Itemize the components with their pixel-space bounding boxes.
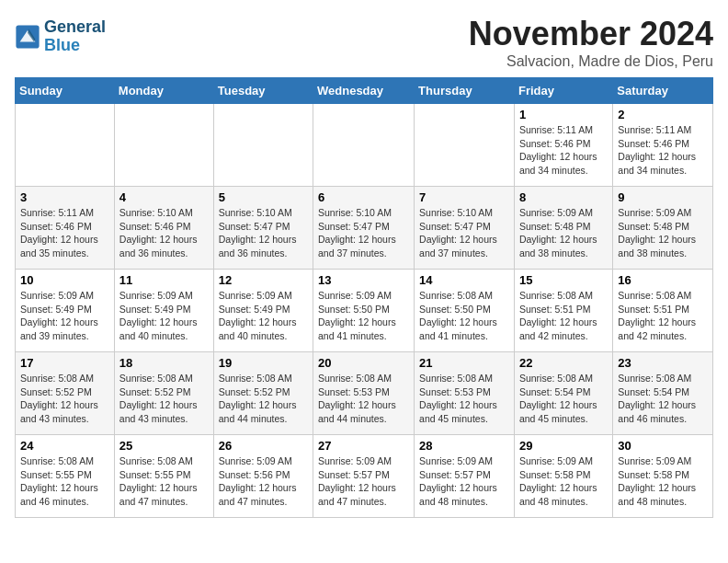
day-detail: Sunrise: 5:08 AM Sunset: 5:51 PM Dayligh… [618,289,708,343]
day-number: 21 [419,356,509,370]
day-detail: Sunrise: 5:09 AM Sunset: 5:50 PM Dayligh… [318,289,409,343]
day-number: 11 [119,273,209,287]
weekday-header-tuesday: Tuesday [213,78,313,104]
day-detail: Sunrise: 5:09 AM Sunset: 5:49 PM Dayligh… [20,289,109,343]
calendar-week-4: 24Sunrise: 5:08 AM Sunset: 5:55 PM Dayli… [16,435,713,518]
calendar-cell: 7Sunrise: 5:10 AM Sunset: 5:47 PM Daylig… [415,187,515,270]
day-number: 17 [20,356,109,370]
day-number: 3 [20,190,109,204]
day-detail: Sunrise: 5:09 AM Sunset: 5:49 PM Dayligh… [219,289,308,343]
calendar-cell: 17Sunrise: 5:08 AM Sunset: 5:52 PM Dayli… [16,352,115,435]
day-number: 2 [618,108,708,121]
day-number: 12 [219,273,308,287]
day-detail: Sunrise: 5:08 AM Sunset: 5:54 PM Dayligh… [519,372,608,426]
logo-icon [15,24,40,50]
title-area: November 2024 Salvacion, Madre de Dios, … [469,15,713,70]
day-number: 9 [618,190,708,204]
day-number: 8 [519,190,608,204]
day-detail: Sunrise: 5:08 AM Sunset: 5:55 PM Dayligh… [119,454,209,509]
day-number: 20 [318,356,409,370]
day-number: 22 [519,356,608,370]
day-detail: Sunrise: 5:10 AM Sunset: 5:47 PM Dayligh… [419,206,509,260]
day-number: 15 [519,273,608,287]
calendar-cell: 15Sunrise: 5:08 AM Sunset: 5:51 PM Dayli… [514,270,612,352]
calendar-week-3: 17Sunrise: 5:08 AM Sunset: 5:52 PM Dayli… [16,352,713,435]
day-number: 13 [318,273,409,287]
calendar-cell [114,104,213,187]
day-number: 19 [219,356,308,370]
calendar-cell [415,104,515,187]
day-detail: Sunrise: 5:08 AM Sunset: 5:52 PM Dayligh… [219,372,308,426]
calendar-cell: 18Sunrise: 5:08 AM Sunset: 5:52 PM Dayli… [114,352,213,435]
calendar-cell: 10Sunrise: 5:09 AM Sunset: 5:49 PM Dayli… [16,270,115,352]
day-number: 6 [318,190,409,204]
calendar-week-1: 3Sunrise: 5:11 AM Sunset: 5:46 PM Daylig… [16,187,713,270]
day-detail: Sunrise: 5:08 AM Sunset: 5:53 PM Dayligh… [419,372,509,426]
calendar-cell: 3Sunrise: 5:11 AM Sunset: 5:46 PM Daylig… [16,187,115,270]
calendar-cell [16,104,115,187]
day-number: 26 [219,439,308,453]
day-detail: Sunrise: 5:09 AM Sunset: 5:58 PM Dayligh… [618,454,708,509]
day-number: 5 [219,190,308,204]
calendar-cell: 1Sunrise: 5:11 AM Sunset: 5:46 PM Daylig… [514,104,612,187]
calendar-cell: 20Sunrise: 5:08 AM Sunset: 5:53 PM Dayli… [313,352,415,435]
calendar-cell: 13Sunrise: 5:09 AM Sunset: 5:50 PM Dayli… [313,270,415,352]
day-number: 30 [618,439,708,453]
calendar-cell: 8Sunrise: 5:09 AM Sunset: 5:48 PM Daylig… [514,187,612,270]
day-detail: Sunrise: 5:08 AM Sunset: 5:52 PM Dayligh… [20,372,109,426]
weekday-header-sunday: Sunday [16,78,115,104]
calendar-cell: 19Sunrise: 5:08 AM Sunset: 5:52 PM Dayli… [213,352,313,435]
page-header: General Blue November 2024 Salvacion, Ma… [15,15,713,70]
calendar-cell: 22Sunrise: 5:08 AM Sunset: 5:54 PM Dayli… [514,352,612,435]
calendar-cell: 29Sunrise: 5:09 AM Sunset: 5:58 PM Dayli… [514,435,612,518]
calendar-cell: 21Sunrise: 5:08 AM Sunset: 5:53 PM Dayli… [415,352,515,435]
logo-text-line2: Blue [44,37,106,55]
day-detail: Sunrise: 5:10 AM Sunset: 5:46 PM Dayligh… [119,206,209,260]
day-number: 7 [419,190,509,204]
weekday-header-friday: Friday [514,78,612,104]
day-number: 24 [20,439,109,453]
day-detail: Sunrise: 5:11 AM Sunset: 5:46 PM Dayligh… [618,123,708,178]
calendar-cell: 30Sunrise: 5:09 AM Sunset: 5:58 PM Dayli… [613,435,713,518]
day-number: 18 [119,356,209,370]
day-detail: Sunrise: 5:09 AM Sunset: 5:49 PM Dayligh… [119,289,209,343]
calendar-cell [313,104,415,187]
calendar-cell: 6Sunrise: 5:10 AM Sunset: 5:47 PM Daylig… [313,187,415,270]
day-number: 28 [419,439,509,453]
weekday-header-saturday: Saturday [613,78,713,104]
day-detail: Sunrise: 5:09 AM Sunset: 5:57 PM Dayligh… [318,454,409,509]
location-subtitle: Salvacion, Madre de Dios, Peru [469,53,713,70]
weekday-header-monday: Monday [114,78,213,104]
calendar-cell: 25Sunrise: 5:08 AM Sunset: 5:55 PM Dayli… [114,435,213,518]
calendar-cell: 24Sunrise: 5:08 AM Sunset: 5:55 PM Dayli… [16,435,115,518]
logo: General Blue [15,18,106,55]
calendar-cell: 28Sunrise: 5:09 AM Sunset: 5:57 PM Dayli… [415,435,515,518]
day-detail: Sunrise: 5:08 AM Sunset: 5:54 PM Dayligh… [618,372,708,426]
day-detail: Sunrise: 5:10 AM Sunset: 5:47 PM Dayligh… [219,206,308,260]
calendar-cell [213,104,313,187]
calendar-cell: 9Sunrise: 5:09 AM Sunset: 5:48 PM Daylig… [613,187,713,270]
day-number: 23 [618,356,708,370]
day-detail: Sunrise: 5:10 AM Sunset: 5:47 PM Dayligh… [318,206,409,260]
day-detail: Sunrise: 5:09 AM Sunset: 5:58 PM Dayligh… [519,454,608,509]
day-number: 25 [119,439,209,453]
weekday-header-wednesday: Wednesday [313,78,415,104]
day-detail: Sunrise: 5:09 AM Sunset: 5:57 PM Dayligh… [419,454,509,509]
month-title: November 2024 [469,15,713,53]
calendar-week-0: 1Sunrise: 5:11 AM Sunset: 5:46 PM Daylig… [16,104,713,187]
calendar-week-2: 10Sunrise: 5:09 AM Sunset: 5:49 PM Dayli… [16,270,713,352]
calendar-cell: 11Sunrise: 5:09 AM Sunset: 5:49 PM Dayli… [114,270,213,352]
calendar-cell: 23Sunrise: 5:08 AM Sunset: 5:54 PM Dayli… [613,352,713,435]
calendar-table: SundayMondayTuesdayWednesdayThursdayFrid… [15,77,713,518]
calendar-header: SundayMondayTuesdayWednesdayThursdayFrid… [16,78,713,104]
day-number: 10 [20,273,109,287]
day-detail: Sunrise: 5:09 AM Sunset: 5:48 PM Dayligh… [519,206,608,260]
calendar-cell: 27Sunrise: 5:09 AM Sunset: 5:57 PM Dayli… [313,435,415,518]
day-number: 14 [419,273,509,287]
calendar-cell: 4Sunrise: 5:10 AM Sunset: 5:46 PM Daylig… [114,187,213,270]
day-number: 1 [519,108,608,121]
calendar-cell: 16Sunrise: 5:08 AM Sunset: 5:51 PM Dayli… [613,270,713,352]
day-number: 27 [318,439,409,453]
calendar-cell: 12Sunrise: 5:09 AM Sunset: 5:49 PM Dayli… [213,270,313,352]
calendar-cell: 26Sunrise: 5:09 AM Sunset: 5:56 PM Dayli… [213,435,313,518]
